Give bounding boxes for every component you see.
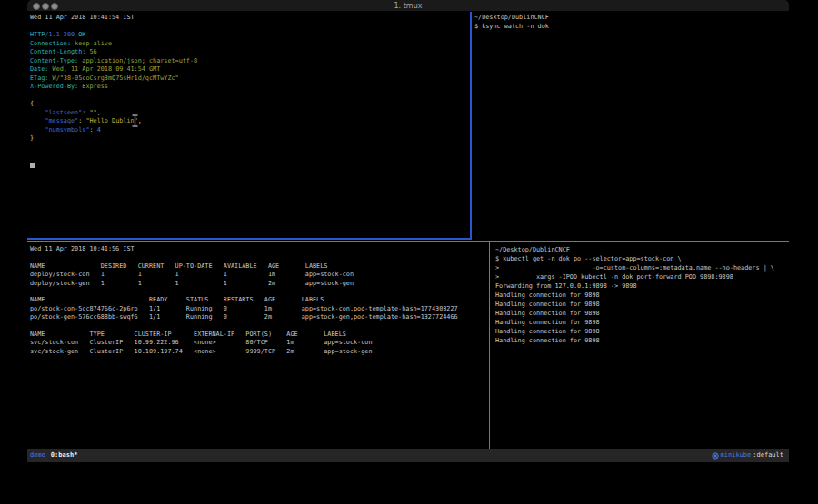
port-forward-output: ~/Desktop/DublinCNCF$ kubectl get -n dok… (495, 245, 789, 345)
vertical-pane-divider[interactable] (489, 242, 490, 449)
tmux-status-bar: demo0:bash* minikube:default (27, 449, 789, 462)
status-left: demo0:bash* (30, 449, 77, 462)
tmux-window-tab[interactable]: 0:bash* (51, 451, 78, 459)
pane-kubectl-watch[interactable]: Wed 11 Apr 2018 10:41:56 ISTNAME DESIRED… (27, 242, 489, 449)
kube-context: minikube (721, 449, 752, 462)
iterm-window: 1. tmux Wed 11 Apr 2018 10:41:54 ISTHTTP… (27, 0, 789, 463)
ibeam-mouse-cursor (131, 114, 139, 127)
desktop: 1. tmux Wed 11 Apr 2018 10:41:54 ISTHTTP… (0, 0, 818, 504)
block-cursor (30, 163, 35, 168)
pane-http-response[interactable]: Wed 11 Apr 2018 10:41:54 ISTHTTP/1.1 200… (27, 12, 472, 240)
window-titlebar[interactable]: 1. tmux (27, 0, 789, 12)
kubectl-watch-output: Wed 11 Apr 2018 10:41:56 ISTNAME DESIRED… (30, 245, 489, 356)
pane-ksync[interactable]: ~/Desktop/DublinCNCF$ ksync watch -n dok (472, 12, 789, 240)
pane-port-forward[interactable]: ~/Desktop/DublinCNCF$ kubectl get -n dok… (491, 242, 789, 449)
kube-namespace: :default (753, 449, 783, 462)
http-response-output: Wed 11 Apr 2018 10:41:54 ISTHTTP/1.1 200… (30, 14, 470, 143)
tmux-session-name: demo (30, 451, 45, 459)
kubernetes-wheel-icon (712, 452, 719, 460)
status-right: minikube:default (712, 449, 783, 462)
ksync-output: ~/Desktop/DublinCNCF$ ksync watch -n dok (474, 14, 789, 31)
window-title: 1. tmux (27, 0, 789, 12)
